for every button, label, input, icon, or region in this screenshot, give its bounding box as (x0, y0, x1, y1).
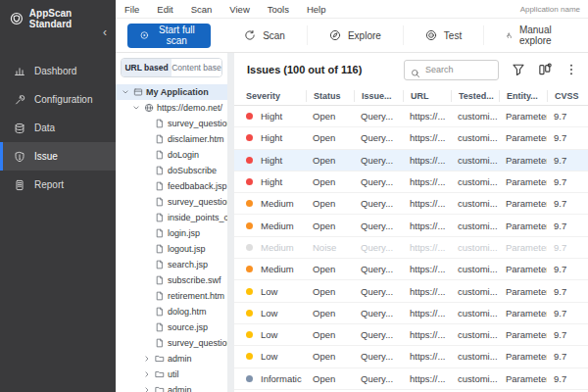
caret-right-icon[interactable] (143, 386, 152, 392)
tree-item-util[interactable]: util (116, 367, 227, 382)
issue-row[interactable]: LowOpenQuery...https://...customi...Para… (234, 303, 588, 324)
tested-cell: customi... (451, 286, 499, 297)
tree-item-label: feedbaback.jsp (168, 181, 227, 191)
sidebar-item-dashbord[interactable]: Dashbord (0, 57, 116, 85)
url-cell: https://... (403, 155, 451, 166)
test-button[interactable]: Test (403, 25, 483, 45)
tree-item-disclaimer-htm[interactable]: disclaimer.htm (116, 131, 227, 147)
tree-item-label: util (168, 369, 179, 379)
sidebar-item-data[interactable]: Data (0, 114, 116, 142)
start-full-scan-button[interactable]: Start full scan (127, 24, 211, 48)
severity-dot (246, 266, 253, 272)
tree-item-survey-questions-jsp[interactable]: survey_questions.jsp (116, 335, 227, 351)
menu-help[interactable]: Help (307, 4, 326, 15)
severity-label: Informatic (261, 373, 302, 384)
issue-row[interactable]: MediumOpenQuery...https://...customi...P… (234, 193, 588, 215)
tree-item-dosubscribe[interactable]: doSubscribe (116, 163, 227, 178)
issue-row[interactable]: HightOpenQuery...https://...customi...Pa… (234, 127, 588, 149)
app-icon (133, 87, 143, 97)
tree-item-survey-questions-jsp[interactable]: survey_questions.jsp (116, 116, 227, 131)
url-cell: https://... (403, 286, 451, 297)
tree-item-label: search.jsp (168, 260, 208, 270)
sidebar-item-issue[interactable]: Issue (0, 142, 116, 171)
tested-cell: customi... (451, 132, 499, 143)
manual-explore-button[interactable]: Manual explore (483, 25, 578, 45)
status-cell: Open (306, 373, 354, 384)
tree-item-https-demo-net[interactable]: https://demo.net/ (116, 100, 227, 116)
issue-row[interactable]: HightOpenQuery...https://...customi...Pa… (234, 106, 588, 127)
tree-item-inside-points-of-inter[interactable]: inside_points_of_inter (116, 210, 227, 225)
severity-cell: Medium (246, 242, 306, 253)
issue-row[interactable]: LowOpenQuery...https://...customi...Para… (234, 280, 588, 302)
tab-url-based[interactable]: URL based (122, 59, 172, 76)
tree-item-admin[interactable]: admin (116, 382, 227, 392)
menu-edit[interactable]: Edit (157, 4, 172, 15)
tree-item-login-jsp[interactable]: login.jsp (116, 225, 227, 241)
tree-item-dologin[interactable]: doLogin (116, 147, 227, 163)
issue-row[interactable]: MediumOpenQuery...https://...customi...P… (234, 259, 588, 280)
target-icon (425, 29, 437, 41)
issue-row[interactable]: InformaticOpenQuery...https://...customi… (234, 368, 588, 390)
tree-item-retirement-htm[interactable]: retirement.htm (116, 288, 227, 304)
sidebar-item-configuration[interactable]: Configuration (0, 85, 116, 114)
issue-row[interactable]: MediumOpenQuery...https://...customi...P… (234, 215, 588, 236)
scan-button[interactable]: Scan (222, 25, 307, 45)
caret-down-icon[interactable] (132, 104, 141, 112)
tree-item-label: admin (168, 354, 192, 364)
tab-content-base[interactable]: Content base (172, 59, 221, 76)
filter-funnel-icon[interactable] (512, 63, 525, 76)
tree-item-my-application[interactable]: My Application (116, 84, 227, 100)
column-header-issue[interactable]: Issue... (354, 90, 403, 102)
sidebar-collapse-button[interactable]: ‹ (103, 26, 107, 38)
column-header-severity[interactable]: Severity (246, 90, 306, 102)
file-icon (155, 338, 165, 348)
caret-right-icon[interactable] (143, 370, 152, 378)
severity-dot (246, 288, 253, 295)
url-cell: https://... (403, 308, 451, 318)
appscan-logo-icon (10, 12, 24, 25)
file-icon (155, 166, 165, 175)
issue-row[interactable]: LowOpenQuery...https://...customi...Para… (234, 324, 588, 346)
entity-cell: Parameter (499, 373, 547, 384)
issue-row[interactable]: MediumNoiseQuery...https://...customi...… (234, 237, 588, 259)
search-input[interactable] (425, 65, 492, 74)
tree-item-source-jsp[interactable]: source.jsp (116, 319, 227, 335)
column-header-url[interactable]: URL (403, 90, 451, 102)
menu-scan[interactable]: Scan (191, 4, 213, 15)
caret-down-icon[interactable] (122, 88, 130, 96)
column-header-cvss[interactable]: CVSS (547, 90, 588, 102)
issue-row[interactable]: HightOpenQuery...https://...customi...Pa… (234, 172, 588, 193)
tree-item-logout-jsp[interactable]: logout.jsp (116, 241, 227, 257)
column-header-entity[interactable]: Entity... (499, 90, 547, 102)
entity-cell: Parameter (499, 132, 547, 143)
issue-row[interactable]: LowOpenQuery...https://...customi...Para… (234, 346, 588, 368)
tree-item-search-jsp[interactable]: search.jsp (116, 257, 227, 272)
tree-item-label: survey_questions.jsp (168, 197, 227, 207)
file-icon (155, 119, 165, 128)
entity-cell: Parameter (499, 198, 547, 209)
severity-cell: Medium (246, 220, 306, 231)
issue-row[interactable]: HightOpenQuery...https://...customi...Pa… (234, 150, 588, 172)
severity-cell: Low (246, 351, 306, 362)
severity-cell: Hight (246, 176, 306, 187)
file-icon (155, 244, 165, 254)
tree-item-subscribe-swf[interactable]: subscribe.swf (116, 272, 227, 288)
menu-tools[interactable]: Tools (268, 4, 289, 15)
tree-item-dolog-htm[interactable]: dolog.htm (116, 304, 227, 319)
menu-file[interactable]: File (124, 4, 139, 15)
column-header-tested[interactable]: Tested... (451, 90, 499, 102)
explore-button[interactable]: Explore (307, 25, 403, 45)
severity-cell: Medium (246, 264, 306, 274)
tree-item-admin[interactable]: admin (116, 351, 227, 367)
menu-view[interactable]: View (229, 4, 249, 15)
column-header-status[interactable]: Status (306, 90, 354, 102)
kebab-menu-icon[interactable] (564, 63, 578, 76)
tree-item-feedbaback-jsp[interactable]: feedbaback.jsp (116, 178, 227, 194)
sidebar-item-report[interactable]: Report (0, 171, 116, 199)
caret-right-icon[interactable] (143, 355, 152, 363)
tree-item-survey-questions-jsp[interactable]: survey_questions.jsp (116, 194, 227, 210)
column-settings-icon[interactable] (538, 63, 552, 76)
tree-item-label: doSubscribe (168, 166, 217, 175)
severity-cell: Hight (246, 111, 306, 122)
status-cell: Noise (306, 242, 354, 253)
